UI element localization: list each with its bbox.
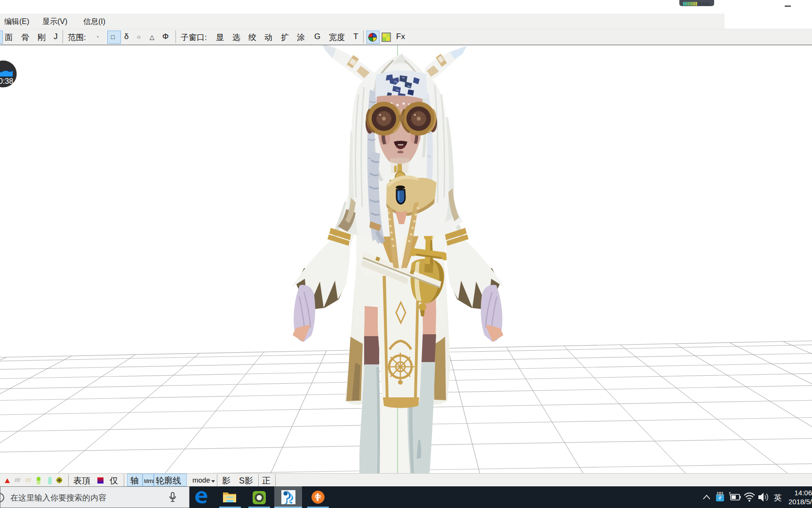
svg-text:0:38: 0:38 (0, 77, 13, 85)
